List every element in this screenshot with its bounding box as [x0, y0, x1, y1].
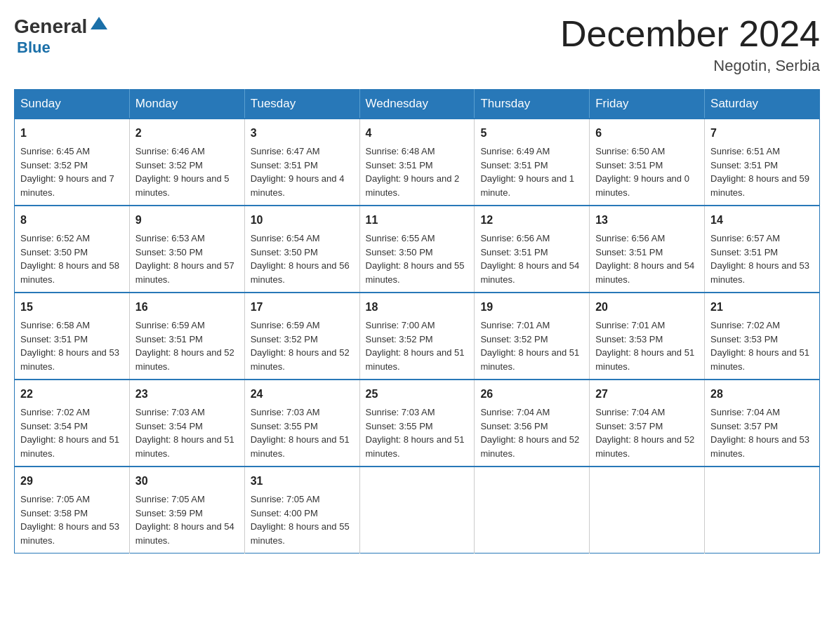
sunset-text: Sunset: 3:51 PM: [595, 160, 663, 170]
table-row: 1 Sunrise: 6:45 AM Sunset: 3:52 PM Dayli…: [15, 119, 130, 206]
calendar-week-row: 22 Sunrise: 7:02 AM Sunset: 3:54 PM Dayl…: [15, 380, 820, 467]
sunset-text: Sunset: 3:57 PM: [595, 421, 663, 431]
sunset-text: Sunset: 3:57 PM: [710, 421, 778, 431]
daylight-text: Daylight: 9 hours and 4 minutes.: [251, 173, 345, 198]
sunrise-text: Sunrise: 7:03 AM: [366, 407, 435, 417]
calendar-week-row: 15 Sunrise: 6:58 AM Sunset: 3:51 PM Dayl…: [15, 293, 820, 380]
day-number: 8: [20, 212, 124, 229]
sunset-text: Sunset: 3:51 PM: [135, 334, 203, 344]
table-row: 12 Sunrise: 6:56 AM Sunset: 3:51 PM Dayl…: [475, 206, 590, 293]
daylight-text: Daylight: 9 hours and 1 minute.: [480, 173, 574, 198]
table-row: 31 Sunrise: 7:05 AM Sunset: 4:00 PM Dayl…: [244, 467, 359, 554]
day-number: 25: [366, 386, 469, 403]
sunrise-text: Sunrise: 7:00 AM: [366, 320, 435, 330]
table-row: 6 Sunrise: 6:50 AM Sunset: 3:51 PM Dayli…: [590, 119, 705, 206]
sunset-text: Sunset: 3:52 PM: [251, 334, 318, 344]
sunset-text: Sunset: 3:54 PM: [20, 421, 88, 431]
table-row: 24 Sunrise: 7:03 AM Sunset: 3:55 PM Dayl…: [244, 380, 359, 467]
svg-marker-0: [91, 17, 107, 29]
sunset-text: Sunset: 3:51 PM: [480, 247, 548, 257]
sunset-text: Sunset: 3:54 PM: [135, 421, 203, 431]
logo-blue-text: Blue: [17, 39, 51, 57]
day-number: 28: [710, 386, 814, 403]
col-monday: Monday: [129, 90, 244, 119]
table-row: 15 Sunrise: 6:58 AM Sunset: 3:51 PM Dayl…: [15, 293, 130, 380]
day-number: 20: [595, 299, 699, 316]
sunrise-text: Sunrise: 6:47 AM: [251, 146, 320, 156]
day-number: 10: [251, 212, 354, 229]
sunset-text: Sunset: 3:55 PM: [366, 421, 433, 431]
logo: General Blue: [14, 14, 111, 57]
day-number: 9: [135, 212, 239, 229]
daylight-text: Daylight: 8 hours and 54 minutes.: [480, 260, 579, 285]
sunset-text: Sunset: 3:52 PM: [20, 160, 88, 170]
daylight-text: Daylight: 8 hours and 57 minutes.: [135, 260, 234, 285]
calendar-table: Sunday Monday Tuesday Wednesday Thursday…: [14, 89, 820, 554]
sunrise-text: Sunrise: 6:56 AM: [595, 233, 665, 243]
day-number: 17: [251, 299, 354, 316]
daylight-text: Daylight: 8 hours and 51 minutes.: [710, 347, 809, 372]
daylight-text: Daylight: 8 hours and 53 minutes.: [710, 260, 809, 285]
sunset-text: Sunset: 3:59 PM: [135, 508, 203, 518]
daylight-text: Daylight: 8 hours and 54 minutes.: [595, 260, 694, 285]
table-row: 28 Sunrise: 7:04 AM Sunset: 3:57 PM Dayl…: [705, 380, 820, 467]
sunrise-text: Sunrise: 7:05 AM: [251, 494, 320, 504]
sunrise-text: Sunrise: 6:57 AM: [710, 233, 780, 243]
table-row: 11 Sunrise: 6:55 AM Sunset: 3:50 PM Dayl…: [359, 206, 475, 293]
daylight-text: Daylight: 8 hours and 53 minutes.: [20, 347, 119, 372]
table-row: 17 Sunrise: 6:59 AM Sunset: 3:52 PM Dayl…: [244, 293, 359, 380]
daylight-text: Daylight: 8 hours and 52 minutes.: [135, 347, 234, 372]
day-number: 13: [595, 212, 699, 229]
sunset-text: Sunset: 3:51 PM: [710, 160, 778, 170]
col-saturday: Saturday: [705, 90, 820, 119]
sunset-text: Sunset: 3:51 PM: [366, 160, 433, 170]
sunset-text: Sunset: 3:51 PM: [480, 160, 548, 170]
daylight-text: Daylight: 8 hours and 53 minutes.: [710, 434, 809, 459]
sunrise-text: Sunrise: 6:52 AM: [20, 233, 90, 243]
table-row: [590, 467, 705, 554]
sunrise-text: Sunrise: 6:49 AM: [480, 146, 550, 156]
calendar-header-row: Sunday Monday Tuesday Wednesday Thursday…: [15, 90, 820, 119]
day-number: 31: [251, 473, 354, 490]
day-number: 26: [480, 386, 583, 403]
sunrise-text: Sunrise: 6:59 AM: [135, 320, 205, 330]
table-row: 3 Sunrise: 6:47 AM Sunset: 3:51 PM Dayli…: [244, 119, 359, 206]
page-header: General Blue December 2024 Negotin, Serb…: [14, 14, 820, 75]
calendar-week-row: 29 Sunrise: 7:05 AM Sunset: 3:58 PM Dayl…: [15, 467, 820, 554]
table-row: 22 Sunrise: 7:02 AM Sunset: 3:54 PM Dayl…: [15, 380, 130, 467]
sunrise-text: Sunrise: 6:46 AM: [135, 146, 205, 156]
sunset-text: Sunset: 3:50 PM: [20, 247, 88, 257]
table-row: 25 Sunrise: 7:03 AM Sunset: 3:55 PM Dayl…: [359, 380, 475, 467]
daylight-text: Daylight: 8 hours and 53 minutes.: [20, 521, 119, 546]
day-number: 6: [595, 125, 699, 142]
day-number: 3: [251, 125, 354, 142]
daylight-text: Daylight: 8 hours and 51 minutes.: [366, 347, 465, 372]
logo-arrow-icon: [89, 14, 109, 34]
day-number: 29: [20, 473, 124, 490]
daylight-text: Daylight: 9 hours and 2 minutes.: [366, 173, 460, 198]
sunrise-text: Sunrise: 7:02 AM: [20, 407, 90, 417]
sunrise-text: Sunrise: 7:04 AM: [595, 407, 665, 417]
sunset-text: Sunset: 3:55 PM: [251, 421, 318, 431]
sunrise-text: Sunrise: 6:56 AM: [480, 233, 550, 243]
sunset-text: Sunset: 3:51 PM: [251, 160, 318, 170]
day-number: 16: [135, 299, 239, 316]
day-number: 14: [710, 212, 814, 229]
sunrise-text: Sunrise: 6:55 AM: [366, 233, 435, 243]
table-row: 7 Sunrise: 6:51 AM Sunset: 3:51 PM Dayli…: [705, 119, 820, 206]
sunset-text: Sunset: 3:56 PM: [480, 421, 548, 431]
sunset-text: Sunset: 3:58 PM: [20, 508, 88, 518]
daylight-text: Daylight: 8 hours and 52 minutes.: [480, 434, 579, 459]
daylight-text: Daylight: 8 hours and 55 minutes.: [366, 260, 465, 285]
day-number: 19: [480, 299, 583, 316]
daylight-text: Daylight: 8 hours and 51 minutes.: [595, 347, 694, 372]
sunrise-text: Sunrise: 6:54 AM: [251, 233, 320, 243]
day-number: 15: [20, 299, 124, 316]
table-row: 4 Sunrise: 6:48 AM Sunset: 3:51 PM Dayli…: [359, 119, 475, 206]
daylight-text: Daylight: 8 hours and 51 minutes.: [251, 434, 350, 459]
location: Negotin, Serbia: [560, 57, 820, 75]
sunset-text: Sunset: 3:53 PM: [710, 334, 778, 344]
title-area: December 2024 Negotin, Serbia: [560, 14, 820, 75]
day-number: 18: [366, 299, 469, 316]
table-row: 21 Sunrise: 7:02 AM Sunset: 3:53 PM Dayl…: [705, 293, 820, 380]
